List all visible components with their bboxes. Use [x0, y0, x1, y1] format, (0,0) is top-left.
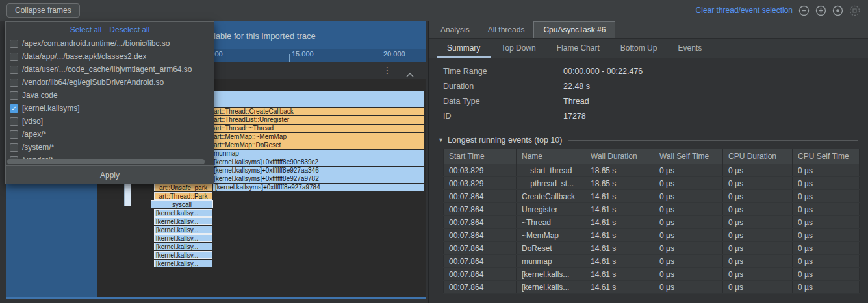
- column-header-name[interactable]: Name: [517, 149, 585, 164]
- checkbox[interactable]: [10, 143, 18, 152]
- frame-filter-item-label: /data/app/.../base.apk!/classes2.dex: [22, 52, 146, 61]
- event-row[interactable]: 00:07.864Unregister14.61 s0 µs0 µs0 µs: [444, 203, 860, 216]
- frame-filter-item[interactable]: ✓[kernel.kallsyms]: [6, 102, 214, 115]
- section-separator: [443, 130, 858, 130]
- event-row[interactable]: 00:07.864CreateCallback14.61 s0 µs0 µs0 …: [444, 190, 860, 203]
- details-tab-bar: AnalysisAll threadsCpuAsyncTask #6: [429, 21, 868, 39]
- event-row[interactable]: 00:07.864munmap14.61 s0 µs0 µs0 µs: [444, 255, 860, 268]
- table-header-row: Start TimeNameWall DurationWall Self Tim…: [444, 149, 860, 164]
- range-selection-bar[interactable]: [6, 297, 426, 299]
- table-cell: DoReset: [517, 242, 585, 255]
- flame-bar[interactable]: art::Unsafe_park: [154, 184, 212, 191]
- flame-bar[interactable]: [kernel.kallsy...: [154, 260, 212, 267]
- checkbox[interactable]: [10, 40, 18, 48]
- frame-filter-item[interactable]: /system/*: [6, 141, 214, 154]
- frame-filter-item[interactable]: [vdso]: [6, 115, 214, 128]
- subtab-flame-chart[interactable]: Flame Chart: [546, 39, 610, 58]
- flame-bar[interactable]: art::Thread::Park: [154, 192, 212, 200]
- subtab-summary[interactable]: Summary: [437, 39, 491, 58]
- checkbox[interactable]: ✓: [10, 104, 18, 113]
- apply-button[interactable]: Apply: [6, 165, 214, 184]
- event-row[interactable]: 00:07.864[kernel.kalls...14.61 s0 µs0 µs…: [444, 268, 860, 281]
- frame-filter-item[interactable]: /apex/*: [6, 128, 214, 141]
- clear-selection-link[interactable]: Clear thread/event selection: [696, 6, 793, 15]
- zoom-in-icon[interactable]: [815, 5, 826, 16]
- table-cell: 14.61 s: [585, 229, 654, 242]
- frame-filter-item[interactable]: /vendor/lib64/egl/eglSubDriverAndroid.so: [6, 76, 214, 89]
- section-collapse-icon[interactable]: ▼: [438, 137, 444, 143]
- subtab-top-down[interactable]: Top Down: [491, 39, 546, 58]
- event-row[interactable]: 00:07.864[kernel.kalls...14.61 s0 µs0 µs…: [444, 281, 860, 294]
- checkbox[interactable]: [10, 66, 18, 74]
- zoom-out-icon[interactable]: [798, 5, 810, 16]
- flame-bar[interactable]: [kernel.kallsy...: [154, 251, 212, 259]
- details-panel: AnalysisAll threadsCpuAsyncTask #6 Summa…: [428, 21, 868, 303]
- collapse-track-icon[interactable]: [406, 68, 414, 80]
- frame-filter-item[interactable]: Java code: [6, 89, 214, 102]
- frame-filter-list: /apex/com.android.runtime/.../bionic/lib…: [6, 37, 214, 160]
- checkbox[interactable]: [10, 117, 18, 126]
- subtab-bottom-up[interactable]: Bottom Up: [610, 39, 668, 58]
- table-cell: 14.61 s: [585, 216, 654, 229]
- column-header-start-time[interactable]: Start Time: [444, 149, 517, 164]
- tab-all-threads[interactable]: All threads: [479, 21, 534, 38]
- table-cell: 00:07.864: [444, 268, 517, 281]
- flame-bar[interactable]: syscall: [151, 200, 213, 208]
- checkbox[interactable]: [10, 91, 18, 100]
- column-header-cpu-self-time[interactable]: CPU Self Time: [793, 149, 860, 164]
- column-header-wall-self-time[interactable]: Wall Self Time: [654, 149, 723, 164]
- reset-zoom-icon[interactable]: [832, 5, 843, 16]
- select-all-link[interactable]: Select all: [70, 25, 102, 34]
- table-cell: 0 µs: [793, 164, 860, 177]
- table-cell: 0 µs: [793, 229, 860, 242]
- event-row[interactable]: 00:07.864DoReset14.61 s0 µs0 µs0 µs: [444, 242, 860, 255]
- top-toolbar: Collapse frames Clear thread/event selec…: [0, 0, 868, 21]
- popup-horizontal-scrollbar[interactable]: [7, 159, 205, 164]
- checkbox[interactable]: [10, 53, 18, 61]
- subtab-events[interactable]: Events: [667, 39, 712, 58]
- event-row[interactable]: 00:07.864~MemMap14.61 s0 µs0 µs0 µs: [444, 229, 860, 242]
- summary-label: ID: [443, 112, 563, 121]
- table-cell: 0 µs: [654, 164, 723, 177]
- frame-filter-item-label: [vdso]: [22, 117, 43, 126]
- summary-row: ID17278: [443, 108, 868, 123]
- flame-bar[interactable]: [kernel.kallsyms]+0xffffff8e927a9784: [213, 184, 424, 191]
- profiler-window: Collapse frames Clear thread/event selec…: [0, 0, 868, 303]
- table-cell: 0 µs: [654, 216, 723, 229]
- more-options-icon[interactable]: ⋮: [383, 64, 392, 76]
- checkbox[interactable]: [10, 130, 18, 139]
- event-row[interactable]: 00:07.864~Thread14.61 s0 µs0 µs0 µs: [444, 216, 860, 229]
- frame-filter-item[interactable]: /data/app/.../base.apk!/classes2.dex: [6, 50, 214, 63]
- table-cell: 0 µs: [723, 203, 793, 216]
- frame-filter-item[interactable]: /apex/com.android.runtime/.../bionic/lib…: [6, 37, 214, 50]
- details-subtab-bar: SummaryTop DownFlame ChartBottom UpEvent…: [429, 39, 868, 58]
- column-header-cpu-duration[interactable]: CPU Duration: [723, 149, 793, 164]
- deselect-all-link[interactable]: Deselect all: [109, 25, 149, 34]
- table-cell: 14.61 s: [585, 242, 654, 255]
- collapse-frames-button[interactable]: Collapse frames: [6, 3, 80, 18]
- event-row[interactable]: 00:03.829__pthread_st...18.65 s0 µs0 µs0…: [444, 177, 860, 190]
- table-cell: Unregister: [517, 203, 585, 216]
- events-section-title: Longest running events (top 10): [448, 136, 563, 145]
- flame-bar[interactable]: [kernel.kallsy...: [154, 209, 212, 217]
- flame-bar[interactable]: [kernel.kallsy...: [154, 226, 212, 234]
- table-cell: [kernel.kalls...: [517, 281, 585, 294]
- flame-bar[interactable]: [kernel.kallsy...: [154, 234, 212, 242]
- zoom-to-selection-icon[interactable]: [849, 5, 860, 16]
- tab-analysis[interactable]: Analysis: [431, 21, 479, 38]
- table-cell: 0 µs: [793, 203, 860, 216]
- flame-bar[interactable]: [kernel.kallsy...: [154, 217, 212, 225]
- event-row[interactable]: 00:03.829__start_thread18.65 s0 µs0 µs0 …: [444, 164, 860, 177]
- tick-line: [289, 54, 290, 62]
- section-title-rule: [568, 140, 858, 141]
- table-cell: 0 µs: [723, 164, 793, 177]
- summary-label: Time Range: [443, 67, 563, 76]
- checkbox[interactable]: [10, 79, 18, 87]
- column-header-wall-duration[interactable]: Wall Duration: [585, 149, 654, 164]
- frame-filter-item[interactable]: /data/user/.../code_cache/libjvmtiagent_…: [6, 63, 214, 76]
- flame-bar[interactable]: [kernel.kallsy...: [154, 243, 212, 250]
- summary-value: Thread: [563, 97, 589, 106]
- summary-value: 17278: [563, 112, 586, 121]
- table-cell: 0 µs: [793, 216, 860, 229]
- tab-cpuasynctask-6[interactable]: CpuAsyncTask #6: [533, 21, 615, 38]
